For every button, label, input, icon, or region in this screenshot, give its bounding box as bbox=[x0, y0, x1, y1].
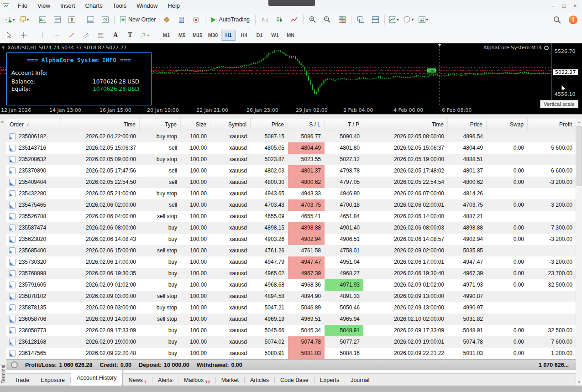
history-row[interactable]: 2353708902026.02.05 17:47:56sell100.00xa… bbox=[6, 165, 576, 177]
chevron-down-icon[interactable]: ▾ bbox=[426, 18, 428, 22]
text-label-tool-button[interactable]: T bbox=[123, 29, 137, 42]
timeframe-m30[interactable]: M30 bbox=[205, 30, 220, 41]
timeframe-m1[interactable]: M1 bbox=[159, 30, 174, 41]
profiles-button[interactable]: ▾ bbox=[16, 13, 31, 26]
tab-alerts[interactable]: Alerts bbox=[152, 374, 178, 386]
col-type[interactable]: Type bbox=[140, 119, 181, 131]
history-row[interactable]: 2360587732026.02.09 17:33:09buy100.00xau… bbox=[6, 325, 576, 336]
tab-articles[interactable]: Articles bbox=[245, 374, 274, 386]
menu-file[interactable]: File bbox=[13, 0, 32, 12]
col-tp[interactable]: T / P bbox=[325, 119, 363, 131]
cursor-tool-button[interactable] bbox=[2, 29, 16, 42]
horizontal-line-tool-button[interactable] bbox=[50, 29, 64, 42]
crosshair-tool-button[interactable] bbox=[16, 29, 31, 42]
history-row[interactable]: 2357688982026.02.06 19:30:35buy100.00xau… bbox=[6, 268, 576, 279]
arrange-windows-button[interactable] bbox=[368, 13, 383, 26]
timeframe-d1[interactable]: D1 bbox=[252, 30, 267, 41]
menu-view[interactable]: View bbox=[32, 0, 55, 12]
history-row[interactable]: 2354094042026.02.05 22:54:50sell100.00xa… bbox=[6, 177, 576, 188]
navigator-button[interactable] bbox=[64, 13, 79, 26]
vertical-line-tool-button[interactable] bbox=[35, 29, 50, 42]
strategy-tester-button[interactable] bbox=[98, 13, 112, 26]
scroll-up-icon[interactable]: ▴ bbox=[576, 120, 582, 124]
tab-journal[interactable]: Journal bbox=[345, 374, 375, 386]
history-row[interactable]: 2350061822026.02.04 22:00:00buy stop100.… bbox=[6, 131, 576, 142]
col-swap[interactable]: Swap bbox=[487, 119, 528, 131]
history-row[interactable]: 2355874742026.02.06 08:00:00buy100.00xau… bbox=[6, 222, 576, 234]
record-icon[interactable] bbox=[189, 13, 203, 26]
history-row[interactable]: 2354754652026.02.06 02:00:00sell100.00xa… bbox=[6, 199, 576, 211]
tab-market[interactable]: Market bbox=[216, 374, 244, 386]
notification-badge[interactable]: 1 bbox=[569, 16, 577, 24]
timeframe-mn[interactable]: MN bbox=[283, 30, 298, 41]
history-row[interactable]: 2358781352026.02.09 03:00:00buy stop100.… bbox=[6, 302, 576, 314]
menu-tools[interactable]: Tools bbox=[108, 0, 131, 12]
triangle-down-icon[interactable]: ▼ bbox=[2, 46, 5, 50]
history-row[interactable]: 2352086322026.02.05 09:00:00buy stop100.… bbox=[6, 154, 576, 165]
tab-exposure[interactable]: Exposure bbox=[35, 374, 70, 386]
history-row[interactable]: 2351437162026.02.05 15:06:37sell100.00xa… bbox=[6, 142, 576, 154]
chevron-down-icon[interactable]: ▾ bbox=[412, 18, 414, 22]
templates-button[interactable]: ▾ bbox=[416, 13, 430, 26]
chevron-down-icon[interactable]: ▾ bbox=[27, 18, 29, 22]
history-row[interactable]: 2356238202026.02.06 14:08:43buy100.00xau… bbox=[6, 234, 576, 245]
col-open-time[interactable]: Time bbox=[62, 119, 140, 131]
search-icon[interactable] bbox=[550, 13, 564, 26]
scrollbar-thumb[interactable] bbox=[577, 126, 582, 186]
tab-account-history[interactable]: Account History bbox=[71, 370, 123, 386]
history-row[interactable]: 2361475652026.02.09 22:20:48buy100.00xau… bbox=[6, 348, 576, 359]
timeframe-h4[interactable]: H4 bbox=[236, 30, 252, 41]
chevron-down-icon[interactable]: ▾ bbox=[13, 18, 15, 22]
tab-news[interactable]: News7 bbox=[123, 374, 152, 386]
timeframe-m5[interactable]: M5 bbox=[174, 30, 189, 41]
history-row[interactable]: 2357916052026.02.09 01:02:00buy100.00xau… bbox=[6, 279, 576, 291]
col-size[interactable]: Size bbox=[181, 119, 210, 131]
cascade-windows-button[interactable] bbox=[353, 13, 368, 26]
minimize-button[interactable]: – bbox=[548, 2, 558, 10]
candlestick-chart-button[interactable] bbox=[272, 13, 287, 26]
timeframe-m15[interactable]: M15 bbox=[190, 30, 205, 41]
col-order[interactable]: Order/ bbox=[6, 119, 62, 131]
col-symbol[interactable]: Symbol bbox=[210, 119, 251, 131]
zoom-out-button[interactable] bbox=[320, 13, 335, 26]
chart-area[interactable]: ▼ XAUUSD,H1 5024.74 5034.37 5018.82 5022… bbox=[0, 43, 551, 106]
time-axis[interactable]: 12 Jan 202614 Jan 13:0016 Jan 15:0020 Ja… bbox=[0, 106, 551, 114]
timeframe-h1[interactable]: H1 bbox=[221, 30, 236, 41]
history-row[interactable]: 2357303202026.02.06 17:00:00buy100.00xau… bbox=[6, 256, 576, 268]
tab-mailbox[interactable]: Mailbox12 bbox=[178, 374, 215, 386]
history-row[interactable]: 2354322802026.02.05 21:00:00buy stop100.… bbox=[6, 188, 576, 199]
new-chart-button[interactable]: ▾ bbox=[2, 13, 16, 26]
col-close-time[interactable]: Time bbox=[363, 119, 448, 131]
history-row[interactable]: 2356854002026.02.06 15:00:00sell stop100… bbox=[6, 245, 576, 256]
zoom-in-button[interactable] bbox=[305, 13, 320, 26]
scroll-down-icon[interactable]: ▾ bbox=[576, 380, 582, 384]
autotrading-button[interactable]: AutoTrading bbox=[207, 14, 253, 26]
line-chart-button[interactable] bbox=[287, 13, 301, 26]
menu-charts[interactable]: Charts bbox=[80, 0, 107, 12]
text-tool-button[interactable]: A bbox=[108, 29, 123, 42]
arrows-tool-button[interactable]: ▾ bbox=[137, 29, 152, 42]
scripts-icon[interactable] bbox=[174, 13, 189, 26]
channel-tool-button[interactable] bbox=[79, 29, 94, 42]
bar-chart-button[interactable] bbox=[257, 13, 272, 26]
menu-help[interactable]: Help bbox=[163, 0, 185, 12]
history-row[interactable]: 2355267882026.02.06 04:00:00sell stop100… bbox=[6, 211, 576, 222]
chevron-down-icon[interactable]: ▾ bbox=[147, 33, 149, 37]
gear-icon[interactable] bbox=[544, 46, 549, 50]
indicators-button[interactable]: ▾ bbox=[387, 13, 401, 26]
trendline-tool-button[interactable] bbox=[64, 29, 79, 42]
fibonacci-tool-button[interactable] bbox=[94, 29, 108, 42]
col-sl[interactable]: S / L bbox=[288, 119, 325, 131]
history-row[interactable]: 2360587062026.02.09 14:00:00sell stop100… bbox=[6, 314, 576, 325]
menu-insert[interactable]: Insert bbox=[55, 0, 80, 12]
terminal-button[interactable] bbox=[83, 13, 98, 26]
close-button[interactable]: × bbox=[570, 2, 580, 10]
new-order-button[interactable]: New Order bbox=[116, 14, 159, 26]
history-row[interactable]: 2361281682026.02.09 19:00:00buy100.00xau… bbox=[6, 336, 576, 348]
horizontal-scrollbar[interactable] bbox=[0, 386, 582, 392]
tile-windows-button[interactable] bbox=[335, 13, 349, 26]
tab-trade[interactable]: Trade bbox=[9, 374, 35, 386]
tab-code-base[interactable]: Code Base bbox=[275, 374, 314, 386]
tab-experts[interactable]: Experts bbox=[315, 374, 345, 386]
col-close-price[interactable]: Price bbox=[448, 119, 487, 131]
